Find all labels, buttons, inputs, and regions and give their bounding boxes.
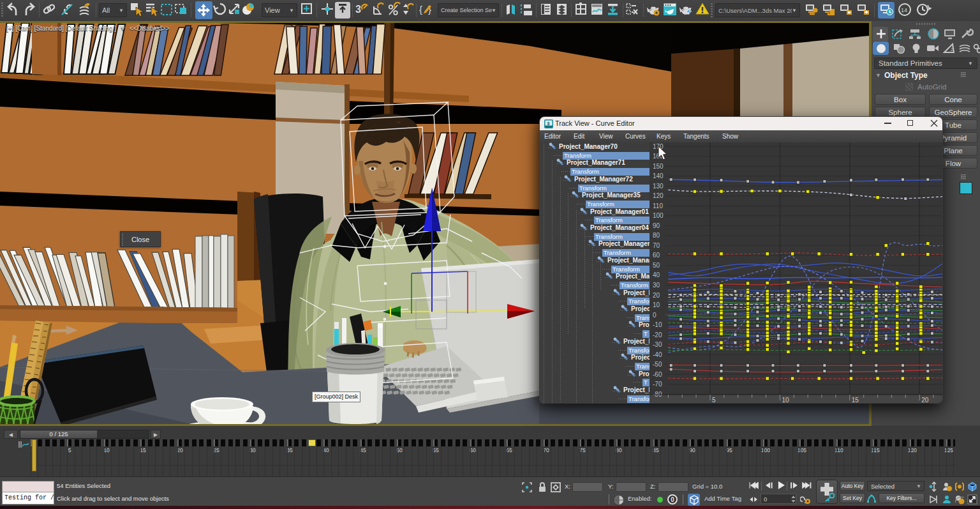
svg-text:15: 15 [852, 397, 859, 404]
svg-text:10: 10 [653, 301, 660, 308]
svg-text:100: 100 [653, 212, 664, 219]
svg-text:-20: -20 [653, 331, 662, 338]
svg-text:-50: -50 [653, 361, 662, 368]
svg-text:140: 140 [653, 172, 664, 179]
svg-text:3: 3 [355, 4, 361, 15]
svg-text:70: 70 [653, 242, 660, 249]
svg-text:120: 120 [653, 192, 664, 199]
svg-text:40: 40 [653, 271, 660, 278]
svg-text:-30: -30 [653, 341, 662, 348]
svg-text:-10: -10 [653, 321, 662, 328]
svg-text:150: 150 [653, 163, 664, 170]
svg-text:0: 0 [653, 312, 657, 319]
svg-text:90: 90 [653, 222, 660, 229]
svg-text:-60: -60 [653, 371, 662, 378]
svg-text:20: 20 [653, 292, 660, 299]
svg-text:20: 20 [921, 397, 929, 404]
svg-text:110: 110 [653, 202, 663, 209]
svg-text:30: 30 [653, 282, 660, 289]
svg-text:50: 50 [653, 262, 660, 269]
svg-text:5: 5 [712, 397, 716, 404]
svg-text:14: 14 [901, 7, 907, 13]
svg-text:10: 10 [782, 397, 789, 404]
svg-text:-70: -70 [653, 381, 662, 388]
svg-text:{: { [419, 4, 422, 15]
svg-text:-80: -80 [653, 391, 662, 398]
svg-text:130: 130 [653, 183, 664, 190]
svg-text:80: 80 [653, 232, 660, 239]
svg-text:3: 3 [547, 121, 550, 126]
svg-text:60: 60 [653, 252, 660, 259]
svg-text:-40: -40 [653, 351, 662, 358]
